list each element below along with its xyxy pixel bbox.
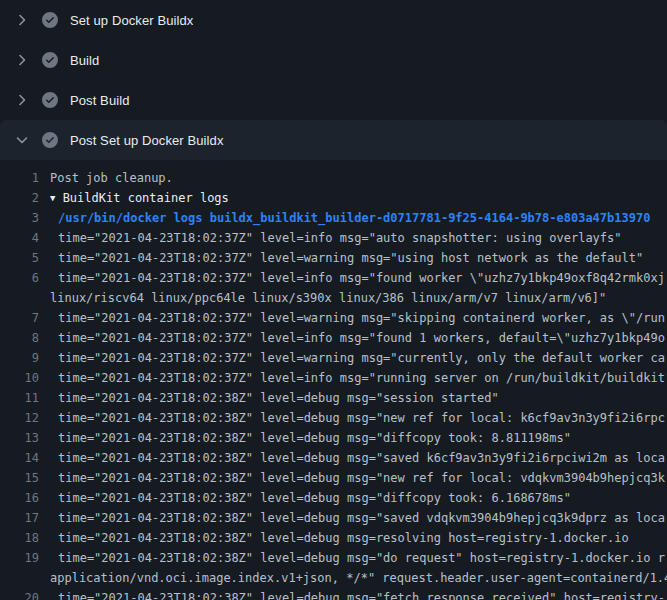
- line-text: linux/riscv64 linux/ppc64le linux/s390x …: [50, 288, 606, 308]
- log-line-continuation: linux/riscv64 linux/ppc64le linux/s390x …: [0, 288, 667, 308]
- line-number[interactable]: 3: [0, 208, 50, 228]
- line-number[interactable]: 8: [0, 328, 50, 348]
- log-line: 9 time="2021-04-23T18:02:37Z" level=warn…: [0, 348, 667, 368]
- check-circle-icon: [42, 132, 58, 148]
- line-text: time="2021-04-23T18:02:38Z" level=debug …: [50, 488, 571, 508]
- line-text: time="2021-04-23T18:02:38Z" level=debug …: [50, 388, 499, 408]
- section-label: Build: [70, 53, 99, 68]
- line-text: application/vnd.oci.image.index.v1+json,…: [50, 568, 667, 588]
- log-line: 17 time="2021-04-23T18:02:38Z" level=deb…: [0, 508, 667, 528]
- log-line: 18 time="2021-04-23T18:02:38Z" level=deb…: [0, 528, 667, 548]
- section-label: Post Build: [70, 93, 130, 108]
- line-number[interactable]: 6: [0, 268, 50, 288]
- line-text: time="2021-04-23T18:02:38Z" level=debug …: [50, 428, 571, 448]
- line-number[interactable]: 14: [0, 448, 50, 468]
- log-line: 13 time="2021-04-23T18:02:38Z" level=deb…: [0, 428, 667, 448]
- line-number[interactable]: 5: [0, 248, 50, 268]
- log-group-toggle[interactable]: 2 ▼ BuildKit container logs: [0, 188, 667, 208]
- log-line: 5 time="2021-04-23T18:02:37Z" level=warn…: [0, 248, 667, 268]
- workflow-steps-panel: Set up Docker Buildx Build Post Build Po…: [0, 0, 667, 600]
- line-number[interactable]: [0, 568, 50, 588]
- line-number[interactable]: 15: [0, 468, 50, 488]
- section-header-post-build[interactable]: Post Build: [0, 80, 667, 120]
- line-text: time="2021-04-23T18:02:37Z" level=info m…: [50, 268, 665, 288]
- line-text: time="2021-04-23T18:02:38Z" level=debug …: [50, 408, 665, 428]
- line-text: time="2021-04-23T18:02:38Z" level=debug …: [50, 508, 665, 528]
- line-number[interactable]: 10: [0, 368, 50, 388]
- check-circle-icon: [42, 12, 58, 28]
- line-text: time="2021-04-23T18:02:38Z" level=debug …: [50, 588, 665, 600]
- log-line: 11 time="2021-04-23T18:02:38Z" level=deb…: [0, 388, 667, 408]
- log-line: 8 time="2021-04-23T18:02:37Z" level=info…: [0, 328, 667, 348]
- line-text: time="2021-04-23T18:02:38Z" level=debug …: [50, 448, 665, 468]
- line-number[interactable]: 13: [0, 428, 50, 448]
- line-text: time="2021-04-23T18:02:37Z" level=info m…: [50, 328, 665, 348]
- log-line-continuation: application/vnd.oci.image.index.v1+json,…: [0, 568, 667, 588]
- line-number[interactable]: 19: [0, 548, 50, 568]
- line-number[interactable]: 7: [0, 308, 50, 328]
- line-number[interactable]: 17: [0, 508, 50, 528]
- section-label: Set up Docker Buildx: [70, 13, 193, 28]
- log-line: 6 time="2021-04-23T18:02:37Z" level=info…: [0, 268, 667, 288]
- chevron-right-icon: [14, 92, 30, 108]
- group-toggle-triangle-icon[interactable]: ▼: [50, 193, 55, 203]
- line-text: time="2021-04-23T18:02:37Z" level=warnin…: [50, 248, 643, 268]
- chevron-right-icon: [14, 12, 30, 28]
- log-line: 16 time="2021-04-23T18:02:38Z" level=deb…: [0, 488, 667, 508]
- line-text: time="2021-04-23T18:02:37Z" level=warnin…: [50, 348, 665, 368]
- log-line: 20 time="2021-04-23T18:02:38Z" level=deb…: [0, 588, 667, 600]
- chevron-down-icon: [14, 132, 30, 148]
- line-text: time="2021-04-23T18:02:37Z" level=info m…: [50, 228, 622, 248]
- line-text: ▼ BuildKit container logs: [50, 188, 229, 208]
- line-number[interactable]: 16: [0, 488, 50, 508]
- line-number[interactable]: 18: [0, 528, 50, 548]
- section-header-post-set-up-docker-buildx[interactable]: Post Set up Docker Buildx: [0, 120, 667, 160]
- line-text: time="2021-04-23T18:02:37Z" level=warnin…: [50, 308, 665, 328]
- line-number[interactable]: 9: [0, 348, 50, 368]
- check-circle-icon: [42, 52, 58, 68]
- log-lines: 1 Post job cleanup. 2 ▼ BuildKit contain…: [0, 168, 667, 600]
- log-line: 19 time="2021-04-23T18:02:38Z" level=deb…: [0, 548, 667, 568]
- line-number[interactable]: [0, 288, 50, 308]
- line-text: time="2021-04-23T18:02:37Z" level=info m…: [50, 368, 665, 388]
- log-line: 10 time="2021-04-23T18:02:37Z" level=inf…: [0, 368, 667, 388]
- line-number[interactable]: 2: [0, 188, 50, 208]
- section-header-build[interactable]: Build: [0, 40, 667, 80]
- line-number[interactable]: 1: [0, 168, 50, 188]
- line-number[interactable]: 12: [0, 408, 50, 428]
- log-line: 7 time="2021-04-23T18:02:37Z" level=warn…: [0, 308, 667, 328]
- log-line: 14 time="2021-04-23T18:02:38Z" level=deb…: [0, 448, 667, 468]
- log-line: 4 time="2021-04-23T18:02:37Z" level=info…: [0, 228, 667, 248]
- log-line: 12 time="2021-04-23T18:02:38Z" level=deb…: [0, 408, 667, 428]
- check-circle-icon: [42, 92, 58, 108]
- section-label: Post Set up Docker Buildx: [70, 133, 224, 148]
- line-text: time="2021-04-23T18:02:38Z" level=debug …: [50, 468, 665, 488]
- line-text: /usr/bin/docker logs buildx_buildkit_bui…: [50, 208, 650, 228]
- line-number[interactable]: 20: [0, 588, 50, 600]
- line-text: Post job cleanup.: [50, 168, 173, 188]
- log-viewer: 1 Post job cleanup. 2 ▼ BuildKit contain…: [0, 160, 667, 600]
- line-text: time="2021-04-23T18:02:38Z" level=debug …: [50, 548, 665, 568]
- line-number[interactable]: 11: [0, 388, 50, 408]
- line-text: time="2021-04-23T18:02:38Z" level=debug …: [50, 528, 629, 548]
- section-header-set-up-docker-buildx[interactable]: Set up Docker Buildx: [0, 0, 667, 40]
- log-line: 3 /usr/bin/docker logs buildx_buildkit_b…: [0, 208, 667, 228]
- line-number[interactable]: 4: [0, 228, 50, 248]
- chevron-right-icon: [14, 52, 30, 68]
- log-line: 1 Post job cleanup.: [0, 168, 667, 188]
- log-line: 15 time="2021-04-23T18:02:38Z" level=deb…: [0, 468, 667, 488]
